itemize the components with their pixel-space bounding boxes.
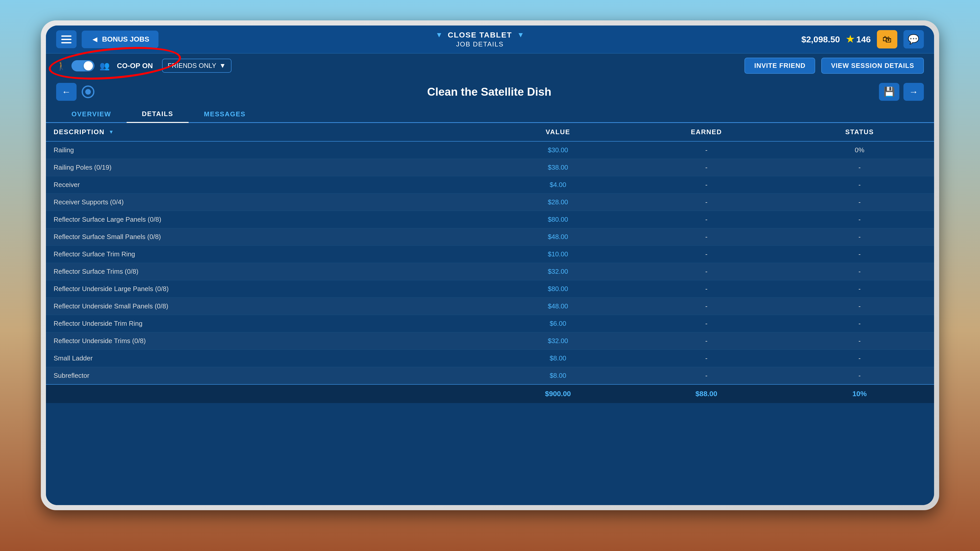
cell-earned: - [628,228,785,246]
nav-forward-button[interactable]: → [904,83,924,101]
nav-forward-icon: → [909,86,918,97]
cell-status: - [785,194,934,211]
star-rating: ★ 146 [846,34,871,44]
invite-friend-button[interactable]: INVITE FRIEND [745,58,815,74]
coop-left: 🚶 👥 CO-OP ON FRIENDS ONLY ▼ [56,59,231,73]
close-tablet-row: ▼ CLOSE TABLET ▼ [436,30,524,39]
hamburger-bar [61,39,72,40]
radio-dot-inner [85,89,91,95]
cell-earned: - [628,246,785,263]
cell-status: - [785,246,934,263]
coop-toggle[interactable] [72,60,94,71]
cell-earned: - [628,280,785,298]
col-value: VALUE [488,123,628,141]
cell-description: Reflector Underside Large Panels (0/8) [46,280,488,298]
table-row: Receiver $4.00 - - [46,176,934,194]
close-tablet-label[interactable]: CLOSE TABLET [448,30,512,39]
table-row: Railing $30.00 - 0% [46,141,934,159]
table-body: Railing $30.00 - 0% Railing Poles (0/19)… [46,141,934,384]
col-description: DESCRIPTION ▼ [46,123,488,141]
cell-status: - [785,350,934,367]
save-icon: 💾 [883,86,895,97]
cell-status: - [785,315,934,332]
tab-messages[interactable]: MESSAGES [189,106,261,122]
cell-description: Receiver [46,176,488,194]
tab-details[interactable]: DETAILS [127,106,189,123]
details-table: DESCRIPTION ▼ VALUE EARNED STATUS Railin… [46,123,934,403]
toggle-knob [84,61,93,70]
job-title-bar: ← Clean the Satellite Dish 💾 → [46,78,934,106]
hamburger-bar [61,42,72,43]
bonus-jobs-label: BONUS JOBS [102,35,149,43]
bonus-jobs-button[interactable]: ◄ BONUS JOBS [82,30,159,48]
star-icon: ★ [846,34,854,44]
cell-earned: - [628,332,785,350]
friends-dropdown[interactable]: FRIENDS ONLY ▼ [162,59,231,73]
cell-value: $10.00 [488,246,628,263]
table-row: Reflector Surface Trims (0/8) $32.00 - - [46,263,934,280]
cell-value: $80.00 [488,211,628,228]
nav-back-icon: ← [62,86,71,97]
cell-description: Small Ladder [46,350,488,367]
cell-status: - [785,280,934,298]
cell-value: $48.00 [488,228,628,246]
coop-right: INVITE FRIEND VIEW SESSION DETAILS [745,58,924,74]
view-session-button[interactable]: VIEW SESSION DETAILS [821,58,924,74]
footer-earned-total: $88.00 [628,384,785,403]
cell-earned: - [628,315,785,332]
cell-status: - [785,228,934,246]
chevron-right-icon: ▼ [517,31,524,39]
chat-icon: 💬 [908,34,919,44]
cell-earned: - [628,176,785,194]
cell-description: Reflector Surface Trims (0/8) [46,263,488,280]
table-container[interactable]: DESCRIPTION ▼ VALUE EARNED STATUS Railin… [46,123,934,505]
cell-description: Reflector Underside Trim Ring [46,315,488,332]
cell-description: Reflector Surface Large Panels (0/8) [46,211,488,228]
back-arrow-icon: ◄ [91,35,99,44]
nav-back-button[interactable]: ← [56,83,76,101]
tablet-inner: ◄ BONUS JOBS ▼ CLOSE TABLET ▼ JOB DETAIL… [46,25,934,505]
coop-label: CO-OP ON [117,62,153,70]
hamburger-button[interactable] [56,30,76,48]
content-area: ← Clean the Satellite Dish 💾 → OVERVIEW [46,78,934,505]
chevron-left-icon: ▼ [436,31,443,39]
cell-description: Railing [46,141,488,159]
cell-value: $8.00 [488,367,628,385]
money-display: $2,098.50 [801,35,840,44]
cell-status: - [785,298,934,315]
cell-earned: - [628,263,785,280]
cell-earned: - [628,194,785,211]
col-status: STATUS [785,123,934,141]
tab-overview[interactable]: OVERVIEW [56,106,127,122]
table-row: Reflector Underside Small Panels (0/8) $… [46,298,934,315]
view-session-label: VIEW SESSION DETAILS [831,62,914,69]
cell-earned: - [628,159,785,176]
solo-person-icon: 🚶 [56,61,66,71]
friends-label: FRIENDS ONLY [168,62,216,70]
cell-value: $38.00 [488,159,628,176]
shop-icon: 🛍 [883,34,892,44]
sort-icon[interactable]: ▼ [109,129,115,135]
save-button[interactable]: 💾 [879,83,899,101]
footer-value-total: $900.00 [488,384,628,403]
cell-value: $32.00 [488,332,628,350]
cell-earned: - [628,367,785,385]
table-row: Receiver Supports (0/4) $28.00 - - [46,194,934,211]
friends-chevron-icon: ▼ [219,62,226,70]
cell-value: $4.00 [488,176,628,194]
chat-button[interactable]: 💬 [904,30,924,48]
cell-description: Reflector Underside Trims (0/8) [46,332,488,350]
shop-button[interactable]: 🛍 [877,30,897,48]
cell-status: - [785,367,934,385]
cell-earned: - [628,298,785,315]
cell-description: Reflector Surface Small Panels (0/8) [46,228,488,246]
tablet-outer: ◄ BONUS JOBS ▼ CLOSE TABLET ▼ JOB DETAIL… [41,21,939,510]
cell-description: Reflector Surface Trim Ring [46,246,488,263]
hamburger-bar [61,35,72,37]
cell-status: - [785,211,934,228]
tabs-bar: OVERVIEW DETAILS MESSAGES [46,106,934,123]
top-bar-center: ▼ CLOSE TABLET ▼ JOB DETAILS [436,30,524,48]
cell-earned: - [628,350,785,367]
table-row: Small Ladder $8.00 - - [46,350,934,367]
table-row: Subreflector $8.00 - - [46,367,934,385]
